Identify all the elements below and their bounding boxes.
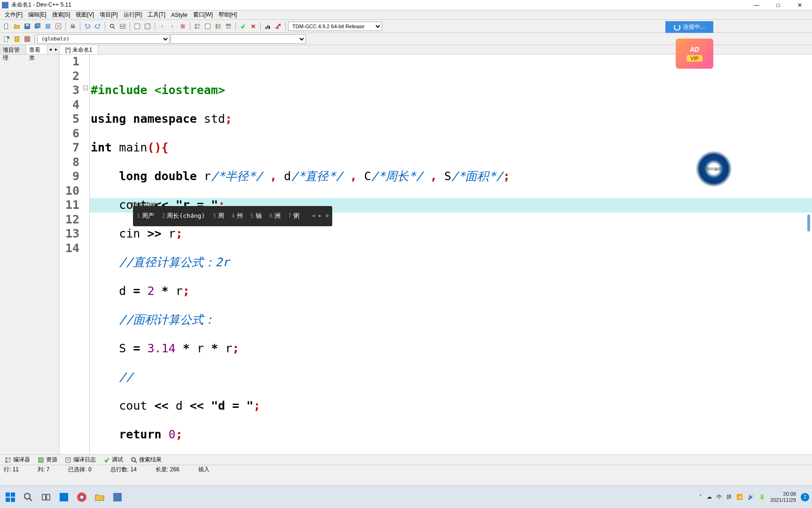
ime-candidate[interactable]: 1周产 <box>137 209 154 223</box>
menu-tools[interactable]: 工具[T] <box>145 10 168 20</box>
svg-rect-14 <box>181 24 185 28</box>
new-class-icon[interactable] <box>2 34 11 44</box>
menu-project[interactable]: 项目[P] <box>97 10 121 20</box>
compiler-tab-icon <box>5 457 11 463</box>
btab-search[interactable]: 搜索结果 <box>128 455 164 465</box>
stop-icon[interactable] <box>178 22 187 31</box>
tab-next-icon[interactable]: ► <box>54 45 60 54</box>
menu-edit[interactable]: 编辑[E] <box>25 10 49 20</box>
ime-candidate[interactable]: 7粥 <box>288 209 299 223</box>
svg-rect-47 <box>60 493 68 501</box>
wifi-icon[interactable]: 📶 <box>736 494 743 500</box>
ime-settings-icon[interactable]: ⚙ <box>326 209 329 223</box>
ime-candidate[interactable]: 3周 <box>212 209 224 223</box>
replace-icon[interactable] <box>118 22 127 31</box>
new-file-icon[interactable] <box>2 22 11 31</box>
find-icon[interactable] <box>108 22 117 31</box>
notification-badge[interactable]: 2 <box>801 493 809 501</box>
undo-icon[interactable] <box>83 22 92 31</box>
svg-rect-21 <box>219 24 220 29</box>
rebuild-icon[interactable] <box>224 22 233 31</box>
debug-icon[interactable] <box>238 22 248 31</box>
editor-tab-1[interactable]: [*] 未命名1 <box>60 45 98 54</box>
ime-candidate[interactable]: 5轴 <box>250 209 262 223</box>
fold-icon[interactable]: − <box>83 86 88 90</box>
devcpp-icon[interactable] <box>110 490 125 505</box>
clock[interactable]: 20:08 2021/11/29 <box>770 491 796 503</box>
svg-point-50 <box>80 496 83 499</box>
svg-point-9 <box>110 24 114 27</box>
menu-run[interactable]: 运行[R] <box>121 10 145 20</box>
insert-icon[interactable] <box>12 34 22 44</box>
ime-candidate-bar[interactable]: 1周产 2周长(cháng) 3周 4州 5轴 6洲 7粥 ◄ ► ⚙ <box>133 206 332 226</box>
menu-file[interactable]: 文件[F] <box>2 10 25 20</box>
ime-prev-icon[interactable]: ◄ <box>312 209 315 223</box>
svg-rect-34 <box>8 457 11 460</box>
taskbar-app-1[interactable] <box>56 490 71 505</box>
debug-stop-icon[interactable] <box>249 22 258 31</box>
minimize-button[interactable]: — <box>746 0 767 10</box>
bookmark-icon[interactable] <box>143 22 152 31</box>
ime-candidate[interactable]: 2周长(cháng) <box>162 209 205 223</box>
ime-lang-indicator[interactable]: 中 <box>717 493 722 500</box>
explorer-icon[interactable] <box>92 490 107 505</box>
redo-icon[interactable] <box>93 22 102 31</box>
back-icon[interactable] <box>157 22 167 31</box>
maximize-button[interactable]: □ <box>768 0 789 10</box>
btab-resources[interactable]: 资源 <box>35 455 60 465</box>
battery-icon[interactable]: 🔋 <box>759 494 765 500</box>
save-as-icon[interactable] <box>43 22 53 31</box>
btab-debug[interactable]: 调试 <box>101 455 126 465</box>
menu-astyle[interactable]: AStyle <box>168 11 190 19</box>
tab-prev-icon[interactable]: ◄ <box>47 45 54 54</box>
svg-rect-28 <box>277 25 279 29</box>
ime-next-icon[interactable]: ► <box>319 209 322 223</box>
menu-help[interactable]: 帮助[H] <box>216 10 240 20</box>
run-icon[interactable] <box>203 22 212 31</box>
delete-profile-icon[interactable] <box>273 22 283 31</box>
ime-mode-indicator[interactable]: 拼 <box>726 493 732 500</box>
spinner-icon <box>674 24 680 31</box>
menu-view[interactable]: 视图[V] <box>73 10 97 20</box>
scope-select[interactable]: (globals) <box>37 34 170 44</box>
onedrive-icon[interactable]: ☁ <box>707 494 712 500</box>
ime-candidate[interactable]: 4州 <box>232 209 243 223</box>
toggle-icon[interactable] <box>23 34 32 44</box>
svg-rect-23 <box>226 26 231 28</box>
svg-point-39 <box>132 458 135 461</box>
svg-rect-22 <box>226 24 231 25</box>
search-icon[interactable] <box>21 490 36 505</box>
tray-chevron-icon[interactable]: ˄ <box>699 494 702 500</box>
volume-icon[interactable]: 🔊 <box>748 494 754 500</box>
task-view-icon[interactable] <box>39 490 54 505</box>
compiler-select[interactable]: TDM-GCC 4.9.2 64-bit Release <box>288 22 382 31</box>
compile-icon[interactable] <box>193 22 202 31</box>
fold-column: − <box>83 55 90 454</box>
compile-run-icon[interactable] <box>213 22 223 31</box>
ime-candidate[interactable]: 6洲 <box>269 209 281 223</box>
save-icon[interactable] <box>23 22 32 31</box>
code-view[interactable]: 1234567891011121314 − #include <iostream… <box>60 55 812 454</box>
close-button[interactable]: ✕ <box>789 0 810 10</box>
window-title: 未命名1 - Dev-C++ 5.11 <box>11 1 746 9</box>
close-file-icon[interactable] <box>54 22 63 31</box>
menu-window[interactable]: 窗口[W] <box>190 10 216 20</box>
btab-compiler[interactable]: 编译器 <box>2 455 33 465</box>
tab-project[interactable]: 项目管理 <box>0 45 26 54</box>
goto-icon[interactable] <box>133 22 142 31</box>
print-icon[interactable] <box>68 22 78 31</box>
open-file-icon[interactable] <box>12 22 22 31</box>
svg-point-44 <box>24 493 30 499</box>
member-select[interactable] <box>171 34 306 44</box>
taskbar: ˄ ☁ 中 拼 📶 🔊 🔋 20:08 2021/11/29 2 <box>0 485 812 508</box>
svg-rect-36 <box>8 460 11 463</box>
forward-icon[interactable] <box>168 22 177 31</box>
btab-log[interactable]: 编译日志 <box>62 455 99 465</box>
chrome-icon[interactable] <box>74 490 89 505</box>
start-button[interactable] <box>3 490 18 505</box>
code-content[interactable]: #include <iostream> using namespace std;… <box>90 55 812 454</box>
tab-classes[interactable]: 查看类 <box>26 45 47 54</box>
profile-icon[interactable] <box>263 22 273 31</box>
menu-search[interactable]: 搜索[S] <box>49 10 73 20</box>
save-all-icon[interactable] <box>33 22 42 31</box>
